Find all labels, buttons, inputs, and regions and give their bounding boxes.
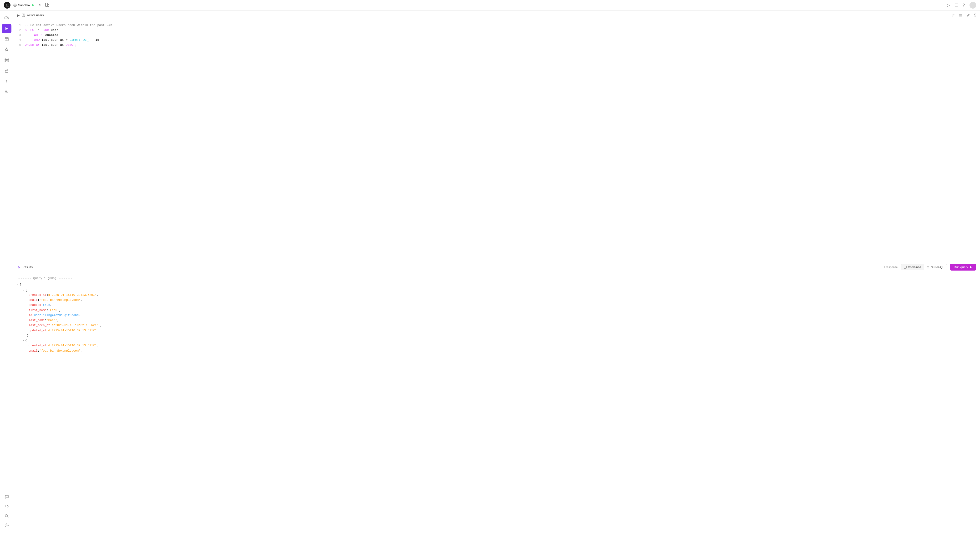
svg-point-6 (6, 60, 7, 61)
results-panel: Results 1 response Combined SurrealQL Ru… (13, 261, 980, 533)
sidebar-item-ml[interactable]: ML (2, 87, 11, 96)
topbar-actions: ↻ (38, 3, 49, 8)
svg-point-21 (927, 266, 929, 267)
svg-line-11 (6, 59, 6, 60)
sidebar-item-graph[interactable] (2, 55, 11, 65)
svg-rect-5 (5, 37, 8, 41)
sidebar-item-chat[interactable] (2, 492, 11, 501)
database-icon (13, 3, 17, 7)
star-action-icon[interactable]: ☆ (951, 13, 955, 18)
edit-action-icon[interactable] (966, 13, 970, 17)
code-line-1: 1 -- Select active users seen within the… (17, 23, 976, 28)
dollar-action-icon[interactable]: $ (974, 13, 976, 18)
sidebar-bottom (2, 492, 11, 530)
sidebar: ƒ ML (0, 11, 13, 533)
json-record-1-open: ▾ { (23, 288, 976, 293)
code-line-5: 5 ORDER BY last_seen_at DESC ; (17, 43, 976, 48)
results-controls: 1 response Combined SurrealQL Run query (883, 264, 976, 270)
json-record-1-close: }, (23, 333, 976, 338)
code-line-4: 4 AND last_seen_at > time::now() - 1d (17, 38, 976, 43)
svg-point-8 (8, 59, 9, 60)
svg-rect-3 (48, 5, 49, 6)
view-toggle: Combined SurrealQL (900, 264, 947, 270)
svg-rect-1 (46, 3, 47, 6)
query-icon (22, 14, 25, 17)
topbar: 🎩 Sandbox ↻ ▷ ☰ ? (0, 0, 980, 11)
sidebar-item-settings[interactable] (2, 520, 11, 530)
results-header: Results 1 response Combined SurrealQL Ru… (13, 261, 980, 273)
editor-panel: ▶ Active users ☆ $ 1 -- Select active us… (13, 11, 980, 261)
svg-point-18 (6, 525, 7, 526)
sidebar-item-code[interactable] (2, 501, 11, 511)
svg-rect-2 (48, 3, 49, 5)
svg-line-13 (6, 60, 6, 61)
sidebar-item-search[interactable] (2, 511, 11, 520)
results-content[interactable]: -------- Query 1 (8ms) -------- ▾ [ ▾ { … (13, 273, 980, 533)
refresh-icon[interactable]: ↻ (38, 3, 41, 7)
lightning-icon (17, 266, 21, 269)
json-r2-field-created-at: created_at : d'2025-01-15T10:32:13.621Z'… (29, 343, 976, 348)
json-field-email: email : 'feau.bahr@example.com' , (29, 298, 976, 303)
json-field-last-name: last_name : 'Bahr' , (29, 318, 976, 323)
query-divider: -------- Query 1 (8ms) -------- (17, 276, 976, 281)
json-record-2-fields: created_at : d'2025-01-15T10:32:13.621Z'… (29, 343, 976, 353)
run-query-button[interactable]: Run query (950, 264, 976, 270)
expand-icon[interactable]: ▶ (17, 13, 20, 17)
editor-actions: ☆ $ (951, 13, 976, 18)
sidebar-item-star[interactable] (2, 45, 11, 54)
sandbox-info: Sandbox (13, 3, 33, 7)
response-count: 1 response (883, 266, 897, 269)
svg-point-16 (5, 514, 8, 517)
json-r2-field-email: email : 'feau.bahr@example.com' , (29, 348, 976, 353)
code-line-2: 2 SELECT * FROM user (17, 28, 976, 33)
sidebar-item-function[interactable]: ƒ (2, 76, 11, 86)
results-title: Results (22, 265, 33, 269)
json-field-first-name: first_name : 'Feau' , (29, 308, 976, 313)
json-field-created-at: created_at : d'2025-01-15T10:32:13.620Z'… (29, 293, 976, 298)
json-field-last-seen-at: last_seen_at : d'2025-01-15T10:32:13.621… (29, 323, 976, 328)
svg-point-9 (5, 60, 6, 62)
json-array-open: ▾ [ (17, 282, 976, 288)
code-line-3: 3 WHERE enabled (17, 33, 976, 38)
sidebar-item-query[interactable] (2, 24, 11, 33)
svg-rect-20 (904, 266, 906, 269)
svg-line-17 (7, 517, 8, 517)
json-field-id: id : user:1llhg4moz8euqif6qdhd , (29, 313, 976, 318)
code-editor[interactable]: 1 -- Select active users seen within the… (13, 20, 980, 261)
svg-rect-15 (5, 70, 8, 72)
sidebar-item-lock[interactable] (2, 66, 11, 75)
status-dot (32, 4, 33, 6)
play-icon[interactable]: ▷ (947, 3, 950, 7)
layout-icon[interactable] (45, 3, 49, 8)
surrealql-view-button[interactable]: SurrealQL (924, 264, 947, 270)
svg-marker-4 (5, 27, 8, 30)
combined-view-button[interactable]: Combined (901, 264, 924, 270)
json-field-enabled: enabled : true , (29, 303, 976, 308)
svg-line-12 (7, 59, 8, 60)
list-icon[interactable]: ☰ (955, 3, 958, 7)
json-field-updated-at: updated_at : d'2025-01-15T10:32:13.621Z' (29, 328, 976, 333)
sidebar-item-cloud[interactable] (2, 13, 11, 23)
topbar-right: ▷ ☰ ? (947, 2, 976, 9)
json-record-2-open: ▾ { (23, 338, 976, 343)
sidebar-item-tables[interactable] (2, 34, 11, 44)
svg-point-7 (5, 59, 6, 60)
editor-header: ▶ Active users ☆ $ (13, 11, 980, 20)
main-content: ▶ Active users ☆ $ 1 -- Select active us… (13, 11, 980, 533)
json-record-1-fields: created_at : d'2025-01-15T10:32:13.620Z'… (29, 293, 976, 333)
list-action-icon[interactable] (959, 13, 963, 17)
svg-marker-22 (970, 266, 972, 269)
app-logo: 🎩 (4, 2, 11, 9)
help-icon[interactable]: ? (963, 3, 965, 7)
svg-line-14 (7, 60, 8, 61)
user-avatar[interactable] (969, 2, 976, 9)
svg-point-10 (8, 60, 9, 62)
editor-title: Active users (27, 13, 44, 17)
